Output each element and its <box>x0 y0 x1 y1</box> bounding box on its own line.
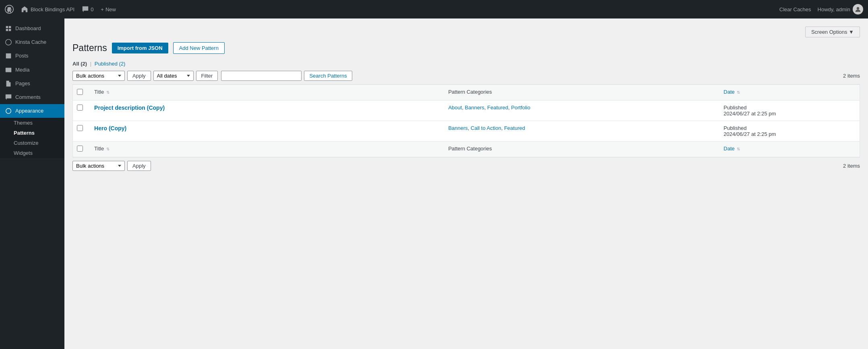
topbar-new-plus: + <box>101 6 104 12</box>
search-area: Search Patterns <box>221 71 352 81</box>
sidebar-sub-themes-label: Themes <box>14 120 33 126</box>
sidebar-item-comments[interactable]: Comments <box>0 90 64 104</box>
sidebar-item-appearance[interactable]: Appearance <box>0 104 64 118</box>
sort-arrows-title: ⇅ <box>106 90 110 94</box>
category-link[interactable]: Call to Action <box>471 125 501 131</box>
row-title-cell: Hero (Copy) <box>89 121 442 141</box>
apply-button-top[interactable]: Apply <box>127 71 151 81</box>
row-date: 2024/06/27 at 2:25 pm <box>723 131 776 137</box>
patterns-table: Title ⇅ Pattern Categories Date ⇅ <box>73 84 860 157</box>
svg-point-1 <box>6 39 11 45</box>
screen-options-bar: Screen Options ▼ <box>72 27 860 37</box>
table-top-actions: Bulk actions Apply All dates Filter <box>72 71 218 81</box>
category-link[interactable]: Featured <box>504 125 525 131</box>
screen-options-button[interactable]: Screen Options ▼ <box>805 27 860 37</box>
category-link[interactable]: Featured <box>487 105 508 111</box>
col-header-date[interactable]: Date ⇅ <box>718 84 860 100</box>
sidebar-item-comments-label: Comments <box>15 94 41 101</box>
sidebar-item-pages-label: Pages <box>15 80 30 87</box>
row-checkbox-1[interactable] <box>77 125 83 131</box>
filter-links: All (2) | Published (2) <box>72 61 860 67</box>
posts-icon <box>5 52 12 60</box>
filter-button[interactable]: Filter <box>196 71 218 81</box>
col-footer-categories: Pattern Categories <box>442 141 718 157</box>
col-categories-label: Pattern Categories <box>448 89 492 95</box>
sidebar-item-appearance-label: Appearance <box>15 107 43 115</box>
select-all-checkbox-bottom[interactable] <box>77 146 83 152</box>
item-count-top: 2 items <box>843 73 860 79</box>
select-all-checkbox-top[interactable] <box>77 89 83 95</box>
sidebar-item-kinsta-cache[interactable]: Kinsta Cache <box>0 35 64 49</box>
import-from-json-button[interactable]: Import from JSON <box>112 43 168 53</box>
sidebar-sub-patterns-label: Patterns <box>14 130 35 136</box>
category-link[interactable]: Portfolio <box>511 105 531 111</box>
sort-arrows-date-footer: ⇅ <box>737 147 740 151</box>
sidebar-sub-patterns[interactable]: Patterns <box>14 128 64 138</box>
search-patterns-button[interactable]: Search Patterns <box>304 71 352 81</box>
sidebar-item-pages[interactable]: Pages <box>0 77 64 90</box>
topbar-right: Clear Caches Howdy, admin <box>779 4 863 14</box>
col-header-title[interactable]: Title ⇅ <box>89 84 442 100</box>
sort-arrows-date: ⇅ <box>737 90 740 94</box>
row-checkbox-0[interactable] <box>77 105 83 111</box>
sidebar-item-dashboard-label: Dashboard <box>15 25 41 32</box>
filter-link-published[interactable]: Published (2) <box>95 61 126 67</box>
row-status: Published <box>723 125 746 131</box>
clear-caches-button[interactable]: Clear Caches <box>779 6 811 12</box>
sidebar-sub-widgets-label: Widgets <box>14 150 33 156</box>
bottom-bar: Bulk actions Apply 2 items <box>72 161 860 171</box>
sidebar-sub-appearance: Themes Patterns Customize Widgets <box>0 118 64 158</box>
filter-link-all[interactable]: All (2) <box>72 61 89 67</box>
category-link[interactable]: Banners <box>448 125 467 131</box>
sidebar-sub-customize[interactable]: Customize <box>14 138 64 148</box>
date-filter-select[interactable]: All dates <box>153 71 194 81</box>
svg-point-0 <box>857 7 859 9</box>
category-link[interactable]: About <box>448 105 462 111</box>
row-title-cell: Project description (Copy) <box>89 100 442 121</box>
topbar: Block Bindings API 0 + New Clear Caches … <box>0 0 868 18</box>
add-new-pattern-button[interactable]: Add New Pattern <box>173 42 225 54</box>
bulk-actions-select-top[interactable]: Bulk actions <box>72 71 125 81</box>
apply-button-bottom[interactable]: Apply <box>127 161 151 171</box>
patterns-table-wrapper: Title ⇅ Pattern Categories Date ⇅ <box>72 84 860 158</box>
sidebar-item-media[interactable]: Media <box>0 63 64 77</box>
filter-separator: | <box>90 61 91 67</box>
col-header-categories: Pattern Categories <box>442 84 718 100</box>
comments-icon <box>5 94 12 101</box>
topbar-new-label: New <box>105 6 116 12</box>
row-title-link[interactable]: Hero (Copy) <box>94 125 126 131</box>
col-footer-checkbox <box>73 141 89 157</box>
sidebar-sub-themes[interactable]: Themes <box>14 118 64 128</box>
sidebar-item-dashboard[interactable]: Dashboard <box>0 22 64 35</box>
topbar-site-link[interactable]: Block Bindings API <box>21 6 74 13</box>
row-categories-cell: About, Banners, Featured, Portfolio <box>442 100 718 121</box>
category-link[interactable]: Banners <box>465 105 484 111</box>
svg-point-4 <box>6 109 11 114</box>
row-date-cell: Published 2024/06/27 at 2:25 pm <box>718 100 860 121</box>
topbar-new-link[interactable]: + New <box>101 6 116 12</box>
col-header-checkbox <box>73 84 89 100</box>
topbar-howdy-label: Howdy, admin <box>818 6 850 12</box>
filter-all-label: All <box>72 61 79 67</box>
topbar-user-menu[interactable]: Howdy, admin <box>818 4 863 14</box>
search-patterns-input[interactable] <box>221 71 302 81</box>
sort-arrows-title-footer: ⇅ <box>106 147 110 151</box>
avatar <box>853 4 863 14</box>
item-count-bottom: 2 items <box>843 163 860 169</box>
dashboard-icon <box>5 25 12 32</box>
col-footer-date[interactable]: Date ⇅ <box>718 141 860 157</box>
sidebar-item-kinsta-label: Kinsta Cache <box>15 39 46 46</box>
bulk-actions-select-bottom[interactable]: Bulk actions <box>72 161 125 171</box>
sidebar-item-posts[interactable]: Posts <box>0 49 64 63</box>
page-title: Patterns <box>72 42 107 54</box>
row-title-link[interactable]: Project description (Copy) <box>94 105 165 111</box>
filter-published-count: (2) <box>119 61 126 67</box>
table-top: Bulk actions Apply All dates Filter Sear… <box>72 71 860 81</box>
avatar-icon <box>855 6 861 12</box>
sidebar-sub-widgets[interactable]: Widgets <box>14 148 64 158</box>
row-status: Published <box>723 105 746 111</box>
row-date: 2024/06/27 at 2:25 pm <box>723 111 776 117</box>
topbar-comments-link[interactable]: 0 <box>82 6 93 13</box>
col-footer-title[interactable]: Title ⇅ <box>89 141 442 157</box>
table-footer-row: Title ⇅ Pattern Categories Date ⇅ <box>73 141 860 157</box>
